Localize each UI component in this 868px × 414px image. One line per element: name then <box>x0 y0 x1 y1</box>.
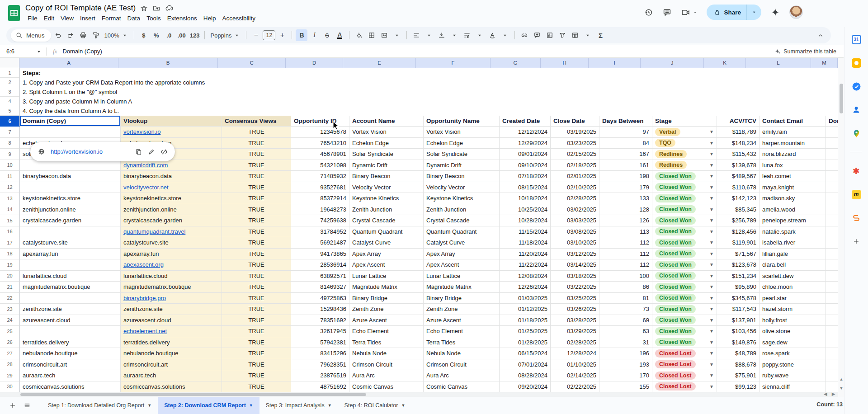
column-header-K[interactable]: K <box>704 58 745 68</box>
all-sheets-button[interactable]: .f{fill:#444746;stroke:none} <box>21 399 33 412</box>
cell-B12[interactable]: velocityvector.net <box>121 182 222 193</box>
insert-chart-button[interactable]: .f{fill:#444746;stroke:none} <box>544 29 556 41</box>
cell-C29[interactable]: TRUE <box>222 370 291 381</box>
header-cell-D6[interactable]: Opportunity ID <box>291 116 349 127</box>
stage-badge[interactable]: Closed Won <box>655 327 696 335</box>
cell-D19[interactable]: 28536914 <box>291 259 349 271</box>
cell-E26[interactable]: Terra Tides <box>349 337 424 348</box>
cell-H19[interactable]: 03/14/2025 <box>551 259 599 271</box>
cell-K14[interactable]: $85,345 <box>717 204 760 216</box>
share-dropdown-icon[interactable] <box>747 9 761 15</box>
cell-B19[interactable]: apexascent.org <box>121 259 222 271</box>
cell-L19[interactable]: clara.bell <box>760 259 826 271</box>
cell-I19[interactable]: 112 <box>599 259 652 271</box>
zoom-select[interactable]: 100%.f{fill:#444746;stroke:none} <box>103 29 130 41</box>
column-header-A[interactable]: A <box>19 58 118 68</box>
insert-link-button[interactable]: .f{fill:#444746;stroke:none} <box>519 29 530 41</box>
borders-button[interactable]: .f{fill:#444746;stroke:none} <box>366 29 377 41</box>
cell-L11[interactable]: leah.comet <box>760 171 826 182</box>
cell-F7[interactable]: Vortex Vision <box>424 127 500 138</box>
row-header-18[interactable]: 18 <box>0 249 20 260</box>
formula-input[interactable]: Domain (Copy) <box>62 48 102 55</box>
cell-I30[interactable]: 155 <box>599 381 652 393</box>
row-header-16[interactable]: 16 <box>0 226 20 238</box>
stage-badge[interactable]: Redlines <box>655 150 687 158</box>
font-size-input[interactable]: 12 <box>263 30 275 40</box>
vlookup-link[interactable]: binarybridge.pro <box>123 295 166 301</box>
cell-F11[interactable]: Binary Beacon <box>424 171 500 182</box>
cell-E19[interactable]: Apex Ascent <box>349 259 424 271</box>
stage-dropdown-icon[interactable]: ▼ <box>709 296 714 301</box>
cell-A13[interactable]: keystonekinetics.store <box>20 193 121 204</box>
menu-edit[interactable]: Edit <box>41 14 57 23</box>
cell-M15[interactable] <box>826 215 838 226</box>
cell-H28[interactable]: 01/10/2025 <box>551 359 599 371</box>
stage-dropdown-icon[interactable]: ▼ <box>709 284 714 289</box>
cell-D22[interactable]: 49725863 <box>291 293 349 304</box>
menu-help[interactable]: Help <box>200 14 219 23</box>
header-cell-L6[interactable]: Contact Email <box>760 116 826 127</box>
cell-A12[interactable] <box>20 182 121 193</box>
cell-C10[interactable]: TRUE <box>222 160 291 171</box>
scroll-right-icon[interactable]: ▶ <box>832 391 835 396</box>
cell-F23[interactable]: Zenith Zone <box>424 304 500 315</box>
cell-L8[interactable]: harper.mountain <box>760 138 826 149</box>
comment-history-icon[interactable] <box>662 8 672 17</box>
cell-D15[interactable]: 74259638 <box>291 215 349 226</box>
cell-C27[interactable]: TRUE <box>222 348 291 359</box>
cell-F12[interactable]: Velocity Vector <box>424 182 500 193</box>
cell-A24[interactable]: azureascent.cloud <box>20 315 121 326</box>
cell-E9[interactable]: Solar Syndicate <box>349 149 424 160</box>
cell-K25[interactable]: $103,456 <box>717 326 760 337</box>
stage-dropdown-icon[interactable]: ▼ <box>709 185 714 190</box>
cell-M30[interactable] <box>826 381 838 393</box>
cell-B15[interactable]: crystalcascade.garden <box>121 215 222 226</box>
cell-E25[interactable]: Echo Element <box>349 326 424 337</box>
bold-button[interactable]: B <box>296 29 307 41</box>
sheets-logo-icon[interactable] <box>7 4 21 22</box>
row-header-2[interactable]: 2 <box>0 78 20 87</box>
cell-J19[interactable]: Closed Won▼ <box>652 259 717 271</box>
cell-C28[interactable]: TRUE <box>222 359 291 371</box>
increase-font-size-button[interactable]: + <box>276 29 288 41</box>
row-header-30[interactable]: 30 <box>0 381 20 393</box>
cell-D27[interactable]: 83415296 <box>291 348 349 359</box>
header-cell-G6[interactable]: Created Date <box>500 116 551 127</box>
cell-F9[interactable]: Solar Syndicate <box>424 149 500 160</box>
cell-C14[interactable]: TRUE <box>222 204 291 216</box>
cell-K23[interactable]: $117,543 <box>717 304 760 315</box>
sheet-tab-1[interactable]: Step 1: Download Detailed Org Report▼ <box>42 397 158 414</box>
cell-F15[interactable]: Crystal Cascade <box>424 215 500 226</box>
cell-E27[interactable]: Nebula Node <box>349 348 424 359</box>
cell-C18[interactable]: TRUE <box>222 249 291 260</box>
header-cell-C6[interactable]: Consensus Views <box>222 116 291 127</box>
italic-button[interactable]: I <box>308 29 320 41</box>
stage-dropdown-icon[interactable]: ▼ <box>709 273 714 278</box>
column-header-J[interactable]: J <box>641 58 704 68</box>
cell-K26[interactable]: $149,876 <box>717 337 760 348</box>
cell-M26[interactable] <box>826 337 838 348</box>
vertical-scrollbar[interactable]: ▲ ▼ <box>838 58 844 397</box>
vlookup-link[interactable]: velocityvector.net <box>123 184 169 191</box>
cell-L26[interactable]: sage.dew <box>760 337 826 348</box>
cell-I14[interactable]: 128 <box>599 204 652 216</box>
cell-D28[interactable]: 79628351 <box>291 359 349 371</box>
header-cell-K6[interactable]: ACV/TCV <box>717 116 760 127</box>
cell-G15[interactable]: 10/28/2024 <box>500 215 551 226</box>
cell-H22[interactable]: 03/25/2025 <box>551 293 599 304</box>
cell-E17[interactable]: Catalyst Curve <box>349 237 424 249</box>
stage-dropdown-icon[interactable]: ▼ <box>709 362 714 367</box>
cell-B20[interactable]: lunarlattice.cloud <box>121 271 222 282</box>
stage-badge[interactable]: Closed Won <box>655 272 696 280</box>
cell-E21[interactable]: Magnitude Matrix <box>349 282 424 293</box>
cell-C30[interactable]: TRUE <box>222 381 291 393</box>
cell-M24[interactable] <box>826 315 838 326</box>
cell-B25[interactable]: echoelement.net <box>121 326 222 337</box>
cell-I28[interactable]: 193 <box>599 359 652 371</box>
cell-C23[interactable]: TRUE <box>222 304 291 315</box>
cell-A17[interactable]: catalystcurve.site <box>20 237 121 249</box>
cell-A21[interactable]: magnitudematrix.boutique <box>20 282 121 293</box>
cell-D30[interactable]: 48751692 <box>291 381 349 393</box>
cell-E7[interactable]: Vortex Vision <box>349 127 424 138</box>
cell-J23[interactable]: Closed Won▼ <box>652 304 717 315</box>
